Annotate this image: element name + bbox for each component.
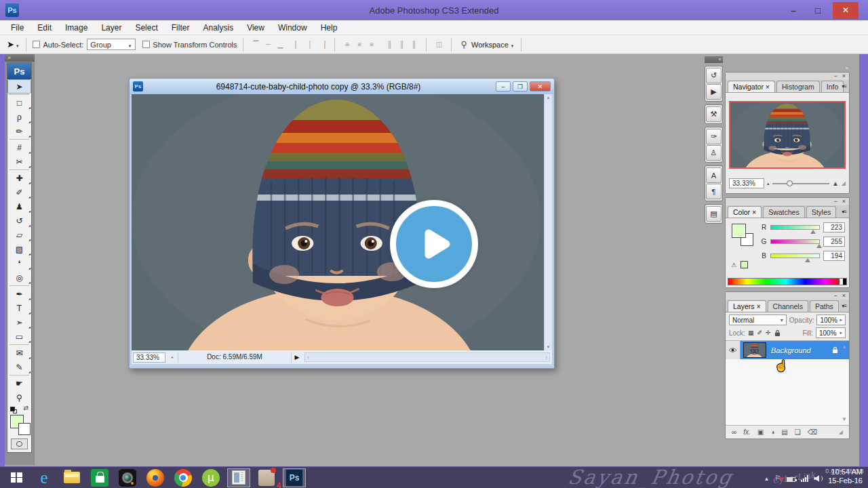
show-transform-checkbox[interactable] (142, 41, 150, 48)
history-panel-button[interactable]: ↺ (706, 68, 722, 83)
menu-analysis[interactable]: Analysis (203, 23, 233, 33)
tool-presets-panel-button[interactable]: ⚒ (706, 106, 722, 122)
tab-swatches[interactable]: Swatches (763, 206, 805, 218)
lock-all-icon[interactable] (774, 329, 781, 337)
volume-icon[interactable] (814, 475, 823, 482)
panel-minimize-icon[interactable]: − (833, 293, 837, 299)
layer-visibility-toggle[interactable] (726, 341, 741, 359)
panel-minimize-icon[interactable]: − (833, 199, 837, 205)
list-scroll-up-icon[interactable]: ▲ (842, 344, 847, 350)
paragraph-panel-button[interactable]: ¶ (706, 184, 722, 199)
delete-layer-icon[interactable]: ⌫ (808, 428, 817, 436)
scroll-left-icon[interactable]: ‹ (307, 354, 309, 361)
horizontal-scrollbar[interactable]: ‹ › (304, 352, 550, 362)
marquee-tool[interactable]: □◢ (7, 96, 31, 110)
network-signal-icon[interactable] (801, 475, 808, 482)
vertical-scrollbar[interactable]: ▲ ▼ (544, 94, 552, 350)
layer-style-icon[interactable]: fx. (743, 428, 751, 436)
tab-navigator[interactable]: Navigator × (728, 81, 775, 92)
tool-preset-caret-icon[interactable]: ▾ (16, 43, 19, 49)
align-right-icon[interactable]: ▕ (316, 39, 328, 50)
fill-field[interactable]: 100% ▸ (816, 327, 846, 338)
dodge-tool[interactable]: ◎◢ (7, 270, 31, 285)
taskbar-file-explorer[interactable] (60, 468, 83, 487)
layer-comps-panel-button[interactable]: ▤ (706, 206, 722, 222)
align-left-icon[interactable]: ▏ (292, 39, 304, 50)
tab-styles[interactable]: Styles (806, 206, 837, 218)
healing-brush-tool[interactable]: ✚◢ (7, 171, 31, 185)
panel-menu-icon[interactable]: ▾≡ (842, 209, 846, 215)
blue-slider[interactable] (770, 253, 820, 258)
toolbox-collapse-icon[interactable]: » (5, 54, 35, 62)
eraser-tool[interactable]: ▱◢ (7, 228, 31, 242)
swap-colors-icon[interactable]: ⇄ (23, 405, 28, 411)
resize-grip-icon[interactable]: ◢ (839, 429, 843, 435)
path-select-tool[interactable]: ➣◢ (7, 315, 31, 329)
clone-source-panel-button[interactable]: ♙ (706, 145, 722, 161)
taskbar-firefox[interactable] (144, 468, 167, 487)
distribute-vcenter-icon[interactable]: ≡ (353, 39, 366, 50)
resize-grip-icon[interactable]: ◢ (842, 180, 846, 186)
align-bottom-icon[interactable]: ▁ (274, 39, 286, 50)
panel-close-icon[interactable]: × (842, 293, 846, 299)
maximize-button[interactable]: □ (806, 2, 830, 18)
notes-tool[interactable]: ✉◢ (7, 346, 31, 360)
battery-icon[interactable] (787, 477, 795, 482)
layer-row-background[interactable]: Background (726, 341, 849, 359)
lock-image-icon[interactable]: ✐ (757, 329, 762, 336)
zoom-tool[interactable]: ⚲ (7, 390, 31, 405)
navigator-zoom-slider[interactable] (772, 183, 829, 184)
adjustment-layer-icon[interactable]: ◑ (770, 428, 774, 436)
document-canvas[interactable] (132, 94, 544, 350)
distribute-right-icon[interactable]: ║ (408, 39, 420, 50)
menu-image[interactable]: Image (65, 23, 87, 33)
character-panel-button[interactable]: A (706, 167, 722, 183)
lasso-tool[interactable]: ρ◢ (7, 110, 31, 124)
menu-select[interactable]: Select (135, 23, 157, 33)
action-center-flag-icon[interactable]: ⚐✕ (774, 474, 781, 482)
green-value-field[interactable]: 255 (823, 237, 845, 247)
green-slider[interactable] (770, 239, 820, 244)
start-button[interactable] (5, 468, 28, 487)
layer-mask-icon[interactable]: ▣ (757, 428, 764, 436)
eyedropper-tool[interactable]: ✎◢ (7, 360, 31, 374)
quick-select-tool[interactable]: ✏◢ (7, 124, 31, 138)
align-top-icon[interactable]: ▔ (250, 39, 262, 50)
menu-help[interactable]: Help (321, 23, 338, 33)
new-layer-icon[interactable]: ❏ (795, 428, 801, 436)
panel-close-icon[interactable]: × (842, 199, 846, 205)
document-titlebar[interactable]: Ps 6948714-cute-baby-child-photo copy @ … (130, 79, 554, 94)
menu-layer[interactable]: Layer (101, 23, 121, 33)
crop-tool[interactable]: #◢ (7, 140, 31, 155)
blur-tool[interactable]: ❛◢ (7, 256, 31, 270)
tab-paths[interactable]: Paths (810, 300, 839, 312)
layer-thumbnail[interactable] (743, 342, 766, 358)
zoom-level-field[interactable]: 33.33% (133, 352, 165, 363)
slider-thumb[interactable] (787, 180, 793, 186)
close-button[interactable]: ✕ (833, 2, 859, 19)
background-color-swatch[interactable] (18, 423, 31, 435)
taskbar-chrome[interactable] (172, 468, 195, 487)
move-tool-icon[interactable]: ➤ (7, 39, 14, 49)
navigator-preview[interactable] (729, 101, 846, 169)
workspace-dropdown[interactable]: Workspace (471, 41, 509, 49)
distribute-top-icon[interactable]: ≡ (341, 39, 353, 50)
taskbar-internet-explorer[interactable]: e (33, 468, 56, 487)
opacity-field[interactable]: 100% ▸ (816, 314, 846, 325)
taskbar-windows-store[interactable] (88, 468, 111, 487)
list-scroll-down-icon[interactable]: ▼ (842, 416, 847, 422)
align-vcenter-icon[interactable]: ─ (262, 39, 274, 50)
menu-file[interactable]: File (11, 23, 24, 33)
move-tool[interactable]: ➤ (7, 79, 31, 94)
menu-edit[interactable]: Edit (37, 23, 52, 33)
panel-menu-icon[interactable]: ▾≡ (842, 303, 846, 309)
layer-name[interactable]: Background (771, 346, 832, 354)
brush-tool[interactable]: ✐◢ (7, 185, 31, 199)
scroll-right-icon[interactable]: › (545, 354, 547, 361)
quick-mask-button[interactable] (11, 439, 28, 449)
taskbar-utorrent[interactable]: µ (199, 468, 222, 487)
video-play-button[interactable] (390, 200, 478, 288)
history-brush-tool[interactable]: ↺◢ (7, 214, 31, 228)
distribute-left-icon[interactable]: ║ (383, 39, 395, 50)
red-value-field[interactable]: 223 (823, 222, 845, 232)
